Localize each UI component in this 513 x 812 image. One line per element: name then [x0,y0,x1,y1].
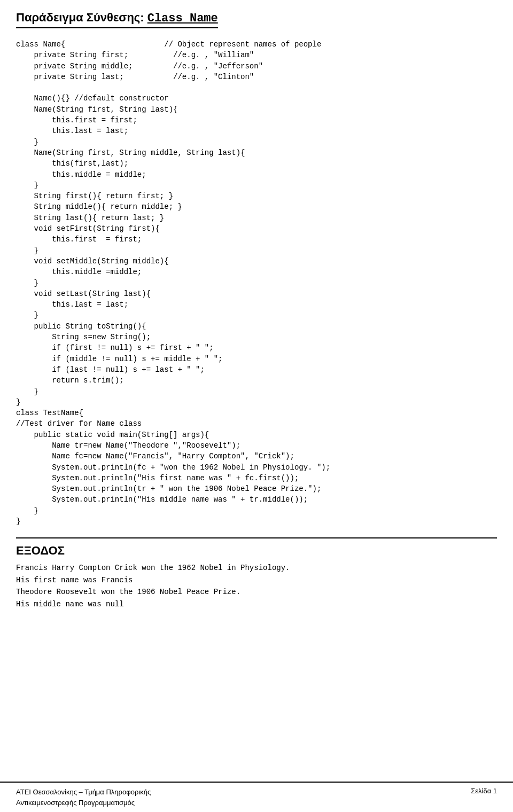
footer-institution-line1: ΑΤΕΙ Θεσσαλονίκης – Τμήμα Πληροφορικής [16,787,151,798]
footer-left: ΑΤΕΙ Θεσσαλονίκης – Τμήμα Πληροφορικής Α… [16,787,151,808]
footer-page-label: Σελίδα 1 [471,787,497,795]
page-container: Παράδειγμα Σύνθεσης: Class Name class Na… [0,0,513,812]
page-title: Παράδειγμα Σύνθεσης: Class Name [16,11,218,28]
code-block: class Name{ // Object represent names of… [16,39,497,527]
divider [16,537,497,538]
output-label: ΕΞΟΔΟΣ [16,544,497,558]
footer-institution-line2: Αντικειμενοστρεφής Προγραμματισμός [16,798,151,808]
page-footer: ΑΤΕΙ Θεσσαλονίκης – Τμήμα Πληροφορικής Α… [0,782,513,812]
title-prefix: Παράδειγμα Σύνθεσης: [16,11,147,24]
title-code: Class Name [147,12,218,25]
output-text: Francis Harry Compton Crick won the 1962… [16,562,497,610]
output-section: ΕΞΟΔΟΣ Francis Harry Compton Crick won t… [16,544,497,610]
